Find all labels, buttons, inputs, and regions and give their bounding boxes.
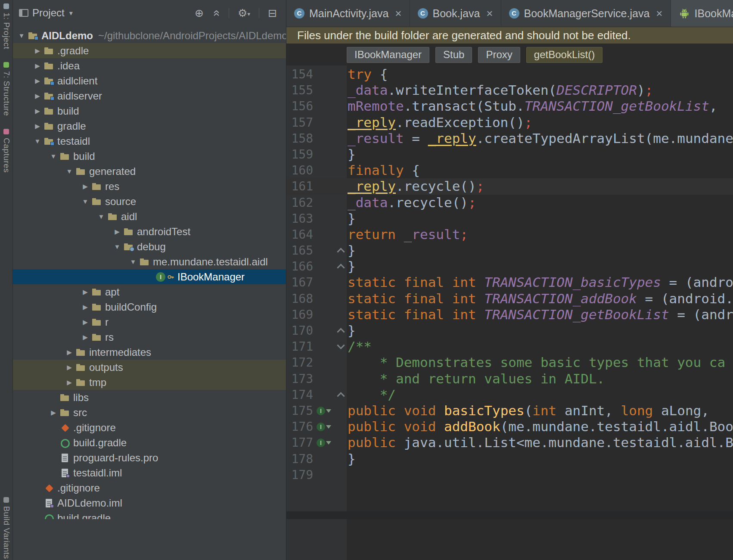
chevron-expanded-icon[interactable]: ▼	[16, 32, 28, 39]
chevron-collapsed-icon[interactable]: ▶	[79, 303, 91, 311]
code-text[interactable]: try {	[347, 66, 388, 82]
tree-item-ibookmanager[interactable]: IIBookManager	[13, 269, 286, 284]
chevron-expanded-icon[interactable]: ▼	[79, 198, 91, 205]
code-text[interactable]: public java.util.List<me.mundane.testaid…	[347, 435, 733, 451]
tree-item-outputs[interactable]: ▶outputs	[13, 360, 286, 375]
chevron-collapsed-icon[interactable]: ▶	[79, 288, 91, 296]
tree-item-testaidl[interactable]: ▼testaidl	[13, 134, 286, 149]
chevron-collapsed-icon[interactable]: ▶	[31, 47, 43, 55]
chevron-collapsed-icon[interactable]: ▶	[63, 379, 75, 386]
code-text[interactable]: }	[347, 211, 356, 227]
chevron-expanded-icon[interactable]: ▼	[127, 258, 139, 265]
tree-item-intermediates[interactable]: ▶intermediates	[13, 345, 286, 360]
tree-item-buildconfig[interactable]: ▶buildConfig	[13, 299, 286, 314]
tree-item-androidtest[interactable]: ▶androidTest	[13, 224, 286, 239]
chevron-collapsed-icon[interactable]: ▶	[31, 62, 43, 70]
close-icon[interactable]: ×	[656, 7, 662, 20]
chevron-collapsed-icon[interactable]: ▶	[79, 333, 91, 341]
tree-item-gitignore[interactable]: .gitignore	[13, 480, 286, 495]
chevron-expanded-icon[interactable]: ▼	[63, 168, 75, 175]
chevron-collapsed-icon[interactable]: ▶	[111, 228, 123, 236]
tree-item-aidldemo-iml[interactable]: AIDLdemo.iml	[13, 495, 286, 510]
chevron-expanded-icon[interactable]: ▼	[47, 152, 59, 160]
close-icon[interactable]: ×	[395, 7, 401, 20]
breadcrumb-stub[interactable]: Stub	[435, 47, 472, 63]
tool-stripe-button-captures[interactable]: Captures	[2, 129, 11, 173]
code-text[interactable]: static final int TRANSACTION_basicTypes …	[347, 274, 733, 290]
tree-item-proguard-rules-pro[interactable]: proguard-rules.pro	[13, 450, 286, 465]
tool-stripe-button-1-project[interactable]: 1: Project	[2, 3, 11, 49]
tree-item-generated[interactable]: ▼generated	[13, 164, 286, 179]
code-text[interactable]: _result = _reply.createTypedArrayList(me…	[347, 131, 733, 146]
settings-gear-icon[interactable]: ⚙▾	[235, 7, 253, 19]
project-view-title[interactable]: Project	[32, 7, 65, 19]
tree-item-build[interactable]: ▶build	[13, 103, 286, 118]
tab-bookmanagerservice-java[interactable]: CBookManagerService.java×	[501, 0, 671, 27]
chevron-collapsed-icon[interactable]: ▶	[79, 318, 91, 326]
code-text[interactable]: finally {	[347, 162, 420, 178]
chevron-collapsed-icon[interactable]: ▶	[79, 183, 91, 190]
code-text[interactable]: return _result;	[347, 227, 468, 243]
code-text[interactable]: _data.recycle();	[347, 195, 476, 211]
tree-item-me-mundane-testaidl-aidl[interactable]: ▼me.mundane.testaidl.aidl	[13, 254, 286, 269]
code-text[interactable]: */	[347, 387, 396, 403]
code-text[interactable]: _reply.recycle();	[347, 178, 484, 194]
code-text[interactable]: * Demonstrates some basic types that you…	[347, 355, 725, 370]
code-text[interactable]: public void addBook(me.mundane.testaidl.…	[347, 419, 733, 435]
fold-end-icon[interactable]	[335, 392, 347, 398]
tree-item-build-gradle[interactable]: build.gradle	[13, 435, 286, 450]
locate-icon[interactable]: ⊕	[192, 7, 207, 19]
code-text[interactable]: }	[347, 451, 356, 467]
tab-mainactivity-java[interactable]: CMainActivity.java×	[286, 0, 410, 27]
tree-item-aidl[interactable]: ▼aidl	[13, 209, 286, 224]
breadcrumb-ibookmanager[interactable]: IBookManager	[347, 47, 429, 63]
fold-end-icon[interactable]	[335, 328, 347, 333]
code-text[interactable]: /**	[347, 339, 372, 355]
code-text[interactable]: }	[347, 258, 356, 274]
tree-item-rs[interactable]: ▶rs	[13, 330, 286, 345]
tree-item-build-gradle[interactable]: build.gradle	[13, 510, 286, 519]
tool-stripe-button-build-variants[interactable]: Build Variants	[2, 497, 11, 559]
code-text[interactable]: static final int TRANSACTION_getBookList…	[347, 307, 733, 323]
tree-item-idea[interactable]: ▶.idea	[13, 58, 286, 73]
chevron-expanded-icon[interactable]: ▼	[95, 213, 107, 220]
tree-item-apt[interactable]: ▶apt	[13, 284, 286, 299]
breadcrumb-getbooklist[interactable]: getBookList()	[526, 47, 603, 63]
code-text[interactable]: _data.writeInterfaceToken(DESCRIPTOR);	[347, 82, 653, 98]
chevron-collapsed-icon[interactable]: ▶	[31, 77, 43, 85]
code-text[interactable]: }	[347, 323, 356, 339]
tree-item-build[interactable]: ▼build	[13, 149, 286, 164]
tree-item-tmp[interactable]: ▶tmp	[13, 375, 286, 390]
code-text[interactable]: static final int TRANSACTION_addBook = (…	[347, 291, 733, 307]
code-text[interactable]: }	[347, 146, 356, 162]
tree-item-r[interactable]: ▶r	[13, 314, 286, 330]
tree-item-src[interactable]: ▶src	[13, 405, 286, 420]
chevron-collapsed-icon[interactable]: ▶	[31, 107, 43, 115]
chevron-collapsed-icon[interactable]: ▶	[63, 364, 75, 371]
code-text[interactable]: * and return values in AIDL.	[347, 371, 605, 387]
tree-item-aidldemo[interactable]: ▼AIDLdemo~/githubclone/AndroidProjects/A…	[13, 28, 286, 43]
tree-item-debug[interactable]: ▼debug	[13, 239, 286, 254]
implemented-method-icon[interactable]: I	[313, 439, 335, 447]
tab-ibookmanager-java[interactable]: IBookManager.java	[671, 0, 733, 27]
chevron-expanded-icon[interactable]: ▼	[31, 137, 43, 145]
tree-item-gitignore[interactable]: .gitignore	[13, 420, 286, 435]
collapse-all-icon[interactable]: «	[210, 6, 224, 19]
chevron-down-icon[interactable]: ▾	[69, 9, 73, 17]
tree-item-aidlserver[interactable]: ▶aidlserver	[13, 88, 286, 103]
chevron-collapsed-icon[interactable]: ▶	[31, 122, 43, 130]
fold-end-icon[interactable]	[335, 248, 347, 253]
code-text[interactable]: _reply.readException();	[347, 115, 532, 131]
tree-item-gradle[interactable]: ▶.gradle	[13, 43, 286, 58]
hide-panel-icon[interactable]: ⊟	[265, 7, 280, 19]
code-text[interactable]: mRemote.transact(Stub.TRANSACTION_getBoo…	[347, 98, 725, 114]
breadcrumb-proxy[interactable]: Proxy	[478, 47, 520, 63]
tree-item-gradle[interactable]: ▶gradle	[13, 118, 286, 134]
chevron-expanded-icon[interactable]: ▼	[111, 243, 123, 250]
horizontal-scrollbar[interactable]	[286, 511, 733, 519]
tool-stripe-button-7-structure[interactable]: 7: Structure	[2, 62, 11, 116]
tree-item-res[interactable]: ▶res	[13, 179, 286, 194]
code-text[interactable]: public void basicTypes(int anInt, long a…	[347, 403, 717, 419]
implemented-method-icon[interactable]: I	[313, 423, 335, 431]
close-icon[interactable]: ×	[486, 7, 493, 20]
